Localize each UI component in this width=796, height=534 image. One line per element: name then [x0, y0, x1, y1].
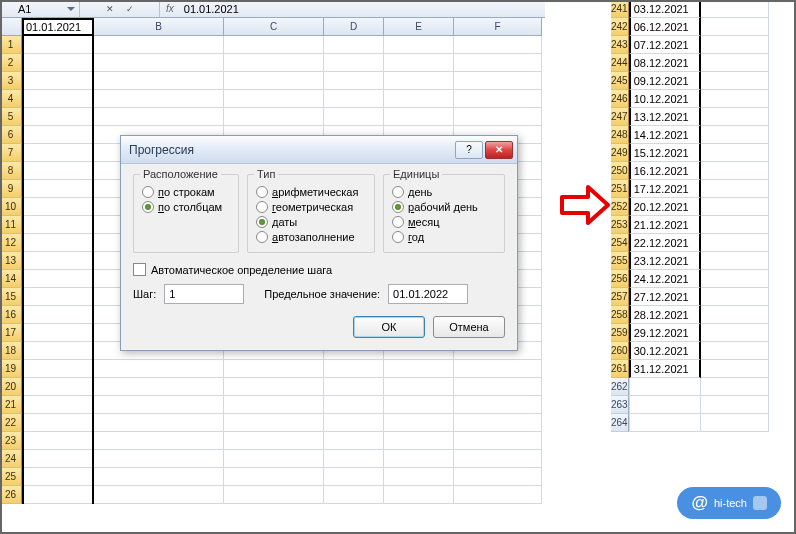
location-option-1[interactable]: по столбцам [142, 201, 230, 213]
row-header[interactable]: 262 [611, 378, 629, 396]
close-button[interactable]: ✕ [485, 141, 513, 159]
cell[interactable] [94, 414, 224, 432]
cell[interactable] [701, 162, 769, 180]
row-header[interactable]: 13 [0, 252, 22, 270]
row-header[interactable]: 7 [0, 144, 22, 162]
col-header-B[interactable]: B [94, 18, 224, 36]
cell[interactable] [454, 54, 542, 72]
row-header[interactable]: 247 [611, 108, 629, 126]
cell[interactable] [22, 432, 94, 450]
cell[interactable] [224, 36, 324, 54]
cell[interactable] [94, 396, 224, 414]
row-header[interactable]: 241 [611, 0, 629, 18]
cell[interactable] [454, 90, 542, 108]
cell[interactable] [22, 486, 94, 504]
cell[interactable] [701, 108, 769, 126]
row-header[interactable]: 6 [0, 126, 22, 144]
cell[interactable] [701, 54, 769, 72]
row-header[interactable]: 258 [611, 306, 629, 324]
cell[interactable]: 27.12.2021 [629, 288, 701, 306]
row-header[interactable]: 26 [0, 486, 22, 504]
cell[interactable] [384, 468, 454, 486]
cell[interactable] [94, 378, 224, 396]
col-header-D[interactable]: D [324, 18, 384, 36]
row-header[interactable]: 19 [0, 360, 22, 378]
cell[interactable] [701, 0, 769, 18]
cell[interactable] [22, 36, 94, 54]
cell[interactable] [454, 72, 542, 90]
cell[interactable] [701, 234, 769, 252]
location-option-0[interactable]: по строкам [142, 186, 230, 198]
cell[interactable] [94, 468, 224, 486]
cell[interactable] [701, 288, 769, 306]
cell[interactable] [224, 360, 324, 378]
cell[interactable] [224, 378, 324, 396]
cell[interactable] [22, 180, 94, 198]
cell[interactable] [94, 450, 224, 468]
cell[interactable] [22, 234, 94, 252]
cell[interactable]: 10.12.2021 [629, 90, 701, 108]
cell[interactable] [324, 468, 384, 486]
row-header[interactable]: 20 [0, 378, 22, 396]
cell[interactable] [454, 432, 542, 450]
row-header[interactable]: 253 [611, 216, 629, 234]
cell[interactable] [454, 108, 542, 126]
row-header[interactable]: 5 [0, 108, 22, 126]
row-header[interactable]: 259 [611, 324, 629, 342]
row-header[interactable]: 244 [611, 54, 629, 72]
cell[interactable] [384, 450, 454, 468]
row-header[interactable]: 18 [0, 342, 22, 360]
cell[interactable] [384, 108, 454, 126]
cell[interactable] [324, 432, 384, 450]
cell[interactable] [224, 486, 324, 504]
cell[interactable] [454, 396, 542, 414]
cell[interactable] [384, 72, 454, 90]
cell[interactable] [22, 270, 94, 288]
cell[interactable] [94, 90, 224, 108]
cell[interactable] [324, 36, 384, 54]
cell[interactable] [22, 306, 94, 324]
cell[interactable] [454, 486, 542, 504]
cell[interactable] [22, 126, 94, 144]
cell[interactable] [701, 180, 769, 198]
row-header[interactable]: 16 [0, 306, 22, 324]
cell[interactable] [701, 144, 769, 162]
row-header[interactable]: 245 [611, 72, 629, 90]
cell[interactable] [94, 360, 224, 378]
cell[interactable]: 07.12.2021 [629, 36, 701, 54]
cell[interactable] [454, 36, 542, 54]
cell[interactable] [324, 486, 384, 504]
cell[interactable] [22, 54, 94, 72]
cell[interactable] [384, 486, 454, 504]
col-header-E[interactable]: E [384, 18, 454, 36]
cell[interactable] [324, 360, 384, 378]
cell[interactable] [384, 90, 454, 108]
cell[interactable] [224, 396, 324, 414]
cell[interactable] [454, 414, 542, 432]
cell[interactable] [94, 72, 224, 90]
cell[interactable] [22, 414, 94, 432]
cell[interactable] [384, 414, 454, 432]
cell[interactable] [22, 378, 94, 396]
row-header[interactable]: 257 [611, 288, 629, 306]
row-header[interactable]: 11 [0, 216, 22, 234]
cell[interactable] [224, 54, 324, 72]
row-header[interactable]: 23 [0, 432, 22, 450]
row-header[interactable]: 12 [0, 234, 22, 252]
cell[interactable]: 21.12.2021 [629, 216, 701, 234]
cell[interactable] [701, 378, 769, 396]
row-header[interactable]: 10 [0, 198, 22, 216]
cell[interactable] [701, 396, 769, 414]
cell[interactable]: 16.12.2021 [629, 162, 701, 180]
cell[interactable] [701, 36, 769, 54]
cancel-button[interactable]: Отмена [433, 316, 505, 338]
cell[interactable] [224, 72, 324, 90]
cell[interactable] [224, 108, 324, 126]
cell[interactable] [384, 54, 454, 72]
cell[interactable] [384, 36, 454, 54]
cell[interactable] [22, 468, 94, 486]
cell[interactable] [22, 162, 94, 180]
row-header[interactable]: 263 [611, 396, 629, 414]
cell[interactable] [701, 126, 769, 144]
units-option-1[interactable]: рабочий день [392, 201, 496, 213]
